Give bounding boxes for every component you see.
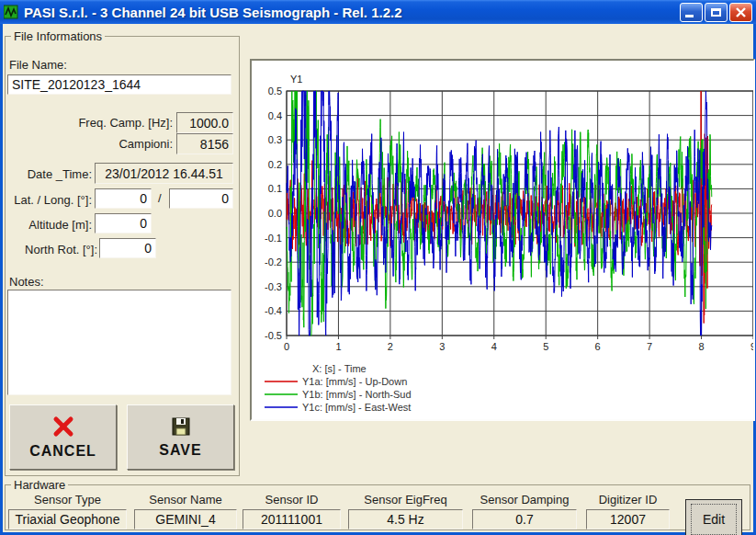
y-tick-label: -0.4 bbox=[265, 305, 282, 316]
altitude-label: Altitude [m]: bbox=[6, 218, 92, 232]
file-informations-group-label: File Informations bbox=[11, 29, 105, 43]
sensor-name-value: GEMINI_4 bbox=[134, 509, 237, 529]
maximize-button[interactable] bbox=[705, 3, 728, 22]
y-tick-label: 0.4 bbox=[268, 110, 282, 121]
app-window: PASI S.r.l. - 3 Channel 24 bit USB Seism… bbox=[0, 0, 756, 535]
save-floppy-icon bbox=[171, 416, 191, 437]
y-tick-label: 0.1 bbox=[268, 183, 282, 194]
cancel-button-label: CANCEL bbox=[29, 443, 96, 460]
altitude-input[interactable] bbox=[95, 213, 152, 233]
x-tick-label: 9 bbox=[750, 341, 753, 352]
notes-label: Notes: bbox=[9, 275, 44, 289]
sensor-type-value: Triaxial Geophone bbox=[8, 509, 127, 529]
y-tick-label: -0.5 bbox=[265, 330, 282, 341]
seismogram-panel: 01234567890.50.40.30.20.10.0-0.1-0.2-0.3… bbox=[250, 59, 755, 421]
minimize-button[interactable] bbox=[680, 3, 703, 22]
x-tick-label: 5 bbox=[543, 341, 548, 352]
longitude-input[interactable] bbox=[169, 188, 233, 209]
x-tick-label: 2 bbox=[388, 341, 393, 352]
x-tick-label: 1 bbox=[335, 341, 341, 352]
file-name-input[interactable] bbox=[7, 74, 231, 95]
north-rot-label: North Rot. [°]: bbox=[6, 243, 97, 256]
x-tick-label: 0 bbox=[284, 341, 289, 352]
x-tick-label: 7 bbox=[647, 341, 652, 352]
digitizer-id-value: 12007 bbox=[586, 509, 670, 529]
sensor-damping-label: Sensor Damping bbox=[472, 493, 577, 507]
latitude-input[interactable] bbox=[95, 188, 152, 209]
legend-series-label: Y1b: [mm/s] - North-Sud bbox=[302, 389, 412, 400]
close-button[interactable] bbox=[729, 3, 752, 22]
sensor-name-label: Sensor Name bbox=[134, 493, 237, 507]
x-tick-label: 6 bbox=[595, 341, 601, 352]
lat-long-label: Lat. / Long. [°]: bbox=[6, 193, 92, 207]
freq-camp-label: Freq. Camp. [Hz]: bbox=[6, 116, 173, 130]
sensor-type-label: Sensor Type bbox=[8, 493, 127, 507]
y-tick-label: 0.3 bbox=[268, 134, 282, 145]
minimize-icon bbox=[685, 15, 694, 17]
y-tick-label: -0.2 bbox=[265, 256, 282, 268]
legend-x-label: X: [s] - Time bbox=[312, 363, 367, 374]
y-tick-label: -0.1 bbox=[265, 233, 282, 244]
freq-camp-value: 1000.0 bbox=[176, 112, 233, 133]
x-tick-label: 8 bbox=[698, 341, 704, 352]
edit-button[interactable]: Edit bbox=[685, 499, 742, 535]
sensor-eigfreq-value: 4.5 Hz bbox=[348, 509, 463, 529]
close-icon bbox=[730, 4, 751, 21]
sensor-damping-value: 0.7 bbox=[472, 509, 577, 529]
date-time-value: 23/01/2012 16.44.51 bbox=[95, 163, 233, 184]
cancel-x-icon bbox=[51, 415, 75, 438]
x-tick-label: 4 bbox=[491, 341, 497, 352]
client-area: File Informations File Name: Freq. Camp.… bbox=[3, 24, 753, 532]
y-tick-label: 0.2 bbox=[268, 159, 282, 170]
legend-series-label: Y1c: [mm/s] - East-West bbox=[302, 402, 411, 413]
titlebar[interactable]: PASI S.r.l. - 3 Channel 24 bit USB Seism… bbox=[0, 0, 756, 24]
file-name-label: File Name: bbox=[9, 58, 67, 72]
seismogram-chart: 01234567890.50.40.30.20.10.0-0.1-0.2-0.3… bbox=[252, 61, 753, 419]
north-rot-input[interactable] bbox=[99, 238, 156, 258]
digitizer-id-label: Digitizer ID bbox=[586, 493, 670, 507]
sensor-id-label: Sensor ID bbox=[243, 493, 341, 507]
save-button-label: SAVE bbox=[159, 442, 201, 459]
window-title: PASI S.r.l. - 3 Channel 24 bit USB Seism… bbox=[24, 5, 680, 20]
legend-series-label: Y1a: [mm/s] - Up-Down bbox=[302, 376, 407, 387]
sensor-id-value: 201111001 bbox=[243, 509, 341, 529]
cancel-button[interactable]: CANCEL bbox=[9, 404, 117, 470]
y-axis-title: Y1 bbox=[290, 74, 302, 85]
save-button[interactable]: SAVE bbox=[127, 404, 234, 470]
edit-button-label: Edit bbox=[691, 504, 737, 535]
maximize-icon bbox=[711, 8, 721, 17]
app-logo-icon bbox=[4, 5, 19, 19]
x-tick-label: 3 bbox=[439, 341, 445, 352]
campioni-value: 8156 bbox=[176, 133, 233, 154]
notes-input[interactable] bbox=[7, 290, 231, 395]
lat-long-separator: / bbox=[158, 191, 162, 205]
file-informations-group: File Informations File Name: Freq. Camp.… bbox=[5, 29, 240, 476]
y-tick-label: 0.5 bbox=[268, 85, 282, 97]
sensor-eigfreq-label: Sensor EigFreq bbox=[348, 493, 463, 507]
campioni-label: Campioni: bbox=[6, 137, 173, 151]
hardware-group: Hardware Sensor Type Triaxial Geophone S… bbox=[5, 478, 750, 530]
hardware-group-label: Hardware bbox=[11, 478, 68, 492]
y-tick-label: 0.0 bbox=[268, 208, 282, 219]
y-tick-label: -0.3 bbox=[265, 281, 282, 292]
date-time-label: Date _Time: bbox=[6, 167, 92, 181]
